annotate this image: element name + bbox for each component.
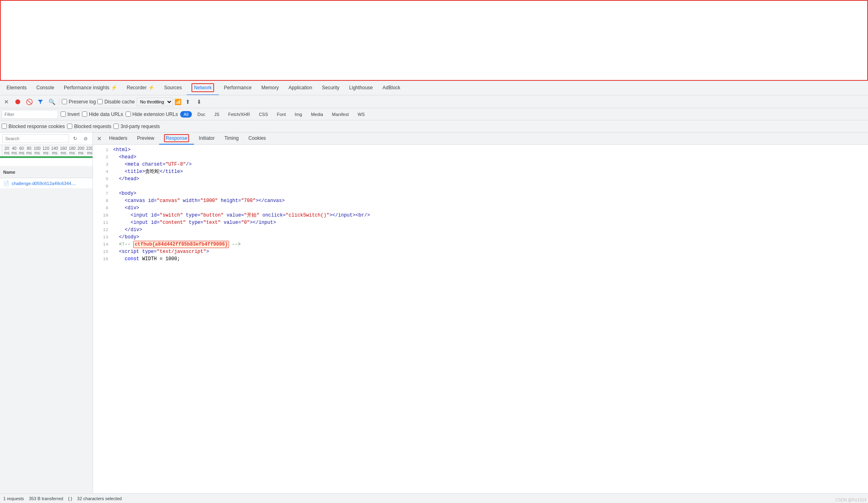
third-party-requests-label[interactable]: 3rd-party requests — [113, 124, 160, 129]
filter-button[interactable] — [36, 97, 45, 107]
invert-label[interactable]: Invert — [61, 112, 80, 117]
type-media-button[interactable]: Media — [308, 111, 326, 118]
code-icon: { } — [68, 496, 72, 501]
search-bar-row: ↻ ⊘ — [0, 133, 92, 145]
throttling-select[interactable]: No throttling — [137, 97, 173, 106]
tick-140ms: 140 ms — [49, 145, 58, 156]
close-devtools-button[interactable]: ✕ — [2, 97, 11, 107]
tab-initiator[interactable]: Initiator — [194, 133, 219, 145]
tab-security[interactable]: Security — [317, 81, 344, 95]
type-img-button[interactable]: Img — [292, 111, 305, 118]
main-area: ↻ ⊘ 20 ms 40 ms 60 ms 80 ms 100 ms 120 m… — [0, 133, 868, 493]
upload-button[interactable]: ⬆ — [183, 97, 193, 107]
svg-marker-1 — [38, 100, 43, 104]
type-font-button[interactable]: Font — [274, 111, 289, 118]
timeline-bar: 20 ms 40 ms 60 ms 80 ms 100 ms 120 ms 14… — [0, 145, 92, 156]
tab-application[interactable]: Application — [284, 81, 317, 95]
left-panel: ↻ ⊘ 20 ms 40 ms 60 ms 80 ms 100 ms 120 m… — [0, 133, 93, 493]
tab-preview[interactable]: Preview — [132, 133, 159, 145]
svg-point-0 — [15, 99, 20, 104]
tick-100ms: 100 ms — [32, 145, 40, 156]
network-toolbar: ✕ 🚫 🔍 Preserve log Disable cache No thro… — [0, 95, 868, 108]
tab-memory[interactable]: Memory — [256, 81, 284, 95]
clear-search-button[interactable]: ⊘ — [81, 134, 90, 143]
preserve-log-label[interactable]: Preserve log — [62, 99, 96, 105]
code-line-2: 2 <head> — [93, 154, 868, 161]
transferred-size: 353 B transferred — [29, 496, 63, 501]
close-response-button[interactable]: ✕ — [95, 134, 104, 143]
third-party-requests-checkbox[interactable] — [113, 124, 119, 129]
filter-input[interactable] — [2, 110, 58, 119]
tick-60ms: 60 ms — [17, 145, 24, 156]
tick-180ms: 180 ms — [67, 145, 76, 156]
type-fetch-xhr-button[interactable]: Fetch/XHR — [225, 111, 253, 118]
timeline-spacer — [0, 158, 92, 166]
type-doc-button[interactable]: Doc — [194, 111, 209, 118]
type-ws-button[interactable]: WS — [354, 111, 368, 118]
tab-adblock[interactable]: AdBlock — [378, 81, 405, 95]
code-line-7: 7 <body> — [93, 190, 868, 197]
disable-cache-checkbox[interactable] — [97, 99, 103, 104]
tab-console[interactable]: Console — [32, 81, 59, 95]
tick-20ms: 20 ms — [2, 145, 9, 156]
filter-bar-2: Blocked response cookies Blocked request… — [0, 120, 868, 133]
refresh-button[interactable]: ↻ — [71, 134, 80, 143]
devtools-panel: Elements Console Performance insights ⚡ … — [0, 81, 868, 503]
tab-performance-insights[interactable]: Performance insights ⚡ — [59, 81, 122, 95]
clear-button[interactable]: 🚫 — [24, 97, 34, 107]
tick-80ms: 80 ms — [24, 145, 32, 156]
tab-elements[interactable]: Elements — [2, 81, 32, 95]
tab-sources[interactable]: Sources — [159, 81, 187, 95]
hide-extension-urls-label[interactable]: Hide extension URLs — [126, 112, 178, 117]
code-line-3: 3 <meta charset="UTF-8"/> — [93, 161, 868, 168]
code-line-8: 8 <canvas id="canvas" width="1000" heigh… — [93, 197, 868, 204]
disable-cache-label[interactable]: Disable cache — [97, 99, 135, 105]
tick-160ms: 160 ms — [58, 145, 67, 156]
tab-network[interactable]: Network — [187, 81, 219, 95]
tab-cookies[interactable]: Cookies — [244, 133, 271, 145]
code-line-16: 16 const WIDTH = 1000; — [93, 255, 868, 263]
type-css-button[interactable]: CSS — [256, 111, 271, 118]
record-button[interactable] — [13, 97, 23, 107]
network-item-0[interactable]: 📄 challenge-d059c612a49c6344.... — [0, 178, 92, 189]
type-all-button[interactable]: All — [180, 111, 191, 118]
requests-count: 1 requests — [3, 496, 24, 501]
response-panel: ✕ Headers Preview Response Initiator Tim… — [93, 133, 868, 493]
invert-checkbox[interactable] — [61, 112, 66, 117]
status-bar: 1 requests 353 B transferred { } 32 char… — [0, 493, 868, 503]
type-js-button[interactable]: JS — [211, 111, 223, 118]
separator-1 — [59, 99, 59, 105]
tab-performance[interactable]: Performance — [219, 81, 256, 95]
preserve-log-checkbox[interactable] — [62, 99, 67, 104]
blocked-response-cookies-checkbox[interactable] — [2, 124, 7, 129]
blocked-response-cookies-label[interactable]: Blocked response cookies — [2, 124, 65, 129]
code-line-9: 9 <div> — [93, 204, 868, 212]
code-line-11: 11 <input id="content" type="text" value… — [93, 219, 868, 226]
response-tabs-bar: ✕ Headers Preview Response Initiator Tim… — [93, 133, 868, 145]
hide-extension-urls-checkbox[interactable] — [126, 112, 131, 117]
tick-40ms: 40 ms — [9, 145, 17, 156]
search-network-button[interactable]: 🔍 — [47, 97, 57, 107]
blocked-requests-label[interactable]: Blocked requests — [67, 124, 111, 129]
blocked-requests-checkbox[interactable] — [67, 124, 72, 129]
tick-120ms: 120 ms — [40, 145, 49, 156]
type-manifest-button[interactable]: Manifest — [329, 111, 352, 118]
tab-headers[interactable]: Headers — [104, 133, 132, 145]
code-line-5: 5 </head> — [93, 175, 868, 183]
tick-200ms: 200 ms — [76, 145, 84, 156]
filter-bar: Invert Hide data URLs Hide extension URL… — [0, 108, 868, 120]
code-line-12: 12 </div> — [93, 226, 868, 234]
code-line-6: 6 — [93, 183, 868, 190]
hide-data-urls-checkbox[interactable] — [82, 112, 87, 117]
name-column-header: Name — [0, 166, 92, 178]
wifi-icon: 📶 — [174, 99, 181, 105]
code-line-10: 10 <input id="switch" type="button" valu… — [93, 212, 868, 219]
search-input[interactable] — [2, 134, 69, 143]
hide-data-urls-label[interactable]: Hide data URLs — [82, 112, 123, 117]
code-line-13: 13 </body> — [93, 234, 868, 241]
tab-response[interactable]: Response — [159, 133, 194, 145]
download-button[interactable]: ⬇ — [194, 97, 204, 107]
tab-timing[interactable]: Timing — [219, 133, 244, 145]
tab-recorder[interactable]: Recorder ⚡ — [122, 81, 159, 95]
tab-lighthouse[interactable]: Lighthouse — [344, 81, 378, 95]
